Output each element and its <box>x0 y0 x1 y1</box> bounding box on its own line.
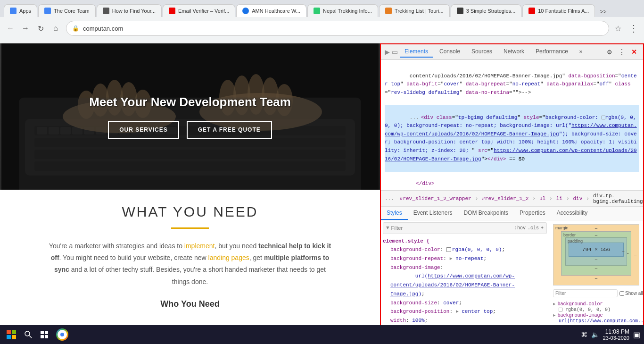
breadcrumb-rev-slider[interactable]: #rev_slider_1_2 <box>482 196 528 201</box>
tab-label-10-fantastic: 10 Fantastic Films A... <box>538 8 589 14</box>
devtools-tab-elements[interactable]: Elements <box>400 46 433 58</box>
devtools-bottom: ▼ :hov .cls + element.style { background… <box>381 220 643 343</box>
tab-favicon-apps <box>10 8 17 14</box>
tab-nepal-trekking[interactable]: Nepal Trekking Info... <box>307 4 378 17</box>
devtools-settings-icon[interactable]: ⚙ <box>604 47 615 57</box>
tab-trekking-list[interactable]: Trekking List | Touri... <box>379 4 450 17</box>
devtools-close-area: ⚙ ⋮ ✕ <box>604 47 639 57</box>
computed-panel: margin − − border − − padding − <box>549 220 643 343</box>
add-style-button[interactable]: + <box>541 224 544 232</box>
forward-button[interactable]: → <box>19 22 32 35</box>
style-prop-bg-color: background-color: rgba(0, 0, 0, 0); <box>383 245 547 254</box>
tab-amn-healthcare[interactable]: AMN Healthcare W... <box>236 4 306 17</box>
main-content: Meet Your New Development Team OUR SERVI… <box>0 43 644 344</box>
section-body-text: You're a marketer with strategies and id… <box>49 240 331 288</box>
breadcrumb-div[interactable]: div <box>573 196 583 201</box>
computed-bg-color-value: rgba(0, 0, 0, 0) <box>565 307 611 312</box>
style-tab-styles[interactable]: Styles <box>381 207 408 220</box>
taskbar-network-icon[interactable]: ⌘ <box>581 331 587 338</box>
get-free-quote-button[interactable]: GET A FREE QUOTE <box>187 121 272 139</box>
back-button[interactable]: ← <box>4 22 17 35</box>
style-prop-bg-image: background-image: url(https://www.comput… <box>383 263 547 299</box>
tab-favicon-10-fantastic <box>528 8 535 14</box>
computed-prop-name-bg-color: background-color <box>557 302 603 307</box>
style-tab-event-listeners[interactable]: Event Listeners <box>408 207 458 220</box>
devtools-tab-performance[interactable]: Performance <box>531 46 573 58</box>
hov-button[interactable]: :hov <box>514 224 526 232</box>
computed-bg-color-value-row: rgba(0, 0, 0, 0) <box>553 307 639 312</box>
start-button[interactable] <box>4 327 19 342</box>
tab-how-to-find[interactable]: How to Find Your... <box>97 4 162 17</box>
tab-3-simple[interactable]: 3 Simple Strategies... <box>451 4 522 17</box>
padding-right-minus: − <box>622 249 625 254</box>
svg-rect-32 <box>12 330 16 334</box>
taskbar-chrome-icon[interactable] <box>54 326 71 343</box>
tab-label-trekking-list: Trekking List | Touri... <box>395 8 444 14</box>
tab-label-how-to-find: How to Find Your... <box>112 8 156 14</box>
bg-image-link[interactable]: https://www.computan.com/wp-content/uplo… <box>390 273 515 296</box>
tab-10-fantastic[interactable]: 10 Fantastic Films A... <box>522 4 595 17</box>
computed-bg-image-value[interactable]: url(https://www.computan.com... <box>559 319 643 324</box>
reload-button[interactable]: ↻ <box>34 22 47 35</box>
our-services-button[interactable]: OUR SERVICES <box>108 121 179 139</box>
style-tab-properties[interactable]: Properties <box>514 207 551 220</box>
computed-bg-color-swatch <box>559 308 562 311</box>
styles-filter-input[interactable] <box>391 225 512 231</box>
computed-prop-name-bg-image: background-image <box>557 313 603 318</box>
tabs-more-button[interactable]: >> <box>596 7 610 17</box>
html-panel: content/uploads/2016/02/HOMEPAGE-Banner-… <box>381 60 643 191</box>
devtools-tab-network[interactable]: Network <box>499 46 529 58</box>
browser-menu-button[interactable]: ⋮ <box>627 22 640 35</box>
cls-button[interactable]: .cls <box>528 224 539 232</box>
show-all-label: Show all <box>619 291 643 296</box>
tab-label-core-team: The Core Team <box>54 8 90 14</box>
devtools-inspect-icon[interactable]: ▶ <box>385 48 390 56</box>
taskbar-search-icon[interactable] <box>22 328 35 341</box>
padding-bottom-minus: − <box>569 257 624 262</box>
border-box: border − − padding − 794 × 556 <box>561 231 631 276</box>
tab-favicon-email-verifier <box>169 8 175 14</box>
tab-apps[interactable]: Apps <box>4 4 37 17</box>
breadcrumb-current: div.tp-bgimg.defaultimg <box>593 193 643 204</box>
implement-link[interactable]: implement <box>184 242 215 250</box>
taskbar-time-display: 11:08 PM <box>603 328 629 335</box>
svg-point-35 <box>25 331 30 336</box>
home-button[interactable]: ⌂ <box>49 22 62 35</box>
computed-prop-bg-color[interactable]: ► background-color <box>553 301 639 307</box>
svg-rect-40 <box>45 335 48 338</box>
devtools-close-button[interactable]: ✕ <box>629 47 639 57</box>
taskbar-clock[interactable]: 11:08 PM 23-03-2020 <box>603 328 629 341</box>
browser-chrome: Apps The Core Team How to Find Your... E… <box>0 0 644 43</box>
bg-color-swatch[interactable] <box>446 247 451 252</box>
computed-arrow-bg-image: ► <box>553 313 555 318</box>
devtools-more-icon[interactable]: ⋮ <box>617 47 627 57</box>
address-bar[interactable]: 🔒 computan.com <box>66 21 609 36</box>
bookmark-star-icon[interactable]: ☆ <box>613 22 623 35</box>
gold-divider <box>171 227 209 229</box>
html-selected-line[interactable]: ...<div class="tp-bgimg defaultimg" styl… <box>385 105 639 172</box>
breadcrumb-li[interactable]: li <box>556 196 562 201</box>
tab-label-amn-healthcare: AMN Healthcare W... <box>252 8 300 14</box>
style-tab-dom-breakpoints[interactable]: DOM Breakpoints <box>458 207 514 220</box>
computed-prop-bg-image[interactable]: ► background-image <box>553 312 639 319</box>
tab-core-team[interactable]: The Core Team <box>38 4 96 17</box>
tab-favicon-amn-healthcare <box>242 8 249 14</box>
breadcrumb-ul[interactable]: ul <box>539 196 545 201</box>
landing-pages-link[interactable]: landing pages <box>208 254 249 261</box>
devtools-tab-console[interactable]: Console <box>435 46 465 58</box>
breadcrumb-rev-slider-wrapper[interactable]: #rev_slider_1_2_wrapper <box>400 196 471 201</box>
tab-label-email-verifier: Email Verifier – Verif... <box>178 8 229 14</box>
show-all-checkbox[interactable] <box>619 291 624 296</box>
computed-filter-input[interactable] <box>553 289 618 297</box>
devtools-tab-more[interactable]: » <box>575 46 587 58</box>
tab-email-verifier[interactable]: Email Verifier – Verif... <box>163 4 235 17</box>
devtools-tab-sources[interactable]: Sources <box>467 46 497 58</box>
svg-rect-34 <box>12 335 16 339</box>
taskbar-volume-icon[interactable]: 🔈 <box>591 331 599 338</box>
taskbar-notification-icon[interactable]: ▣ <box>633 330 640 339</box>
taskbar: ⌘ 🔈 11:08 PM 23-03-2020 ▣ <box>0 325 644 344</box>
tab-label-nepal-trekking: Nepal Trekking Info... <box>323 8 372 14</box>
devtools-device-icon[interactable]: ▭ <box>392 48 398 56</box>
taskbar-task-view-icon[interactable] <box>38 328 51 341</box>
style-tab-accessibility[interactable]: Accessibility <box>551 207 593 220</box>
